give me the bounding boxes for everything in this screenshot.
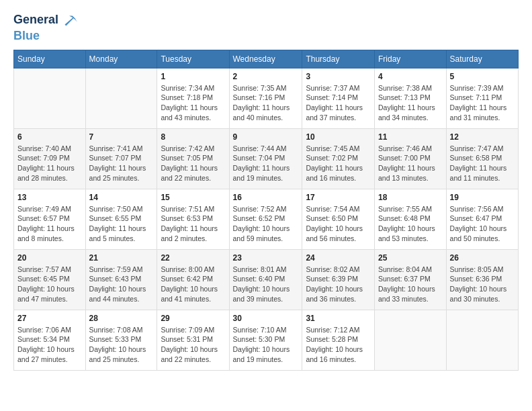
day-info: Sunrise: 7:34 AMSunset: 7:18 PMDaylight:… (161, 83, 225, 123)
day-number: 6 (17, 132, 82, 142)
svg-marker-0 (65, 17, 78, 26)
day-cell: 20Sunrise: 7:57 AMSunset: 6:45 PMDayligh… (14, 249, 86, 310)
day-cell (375, 310, 447, 370)
day-cell: 22Sunrise: 8:00 AMSunset: 6:42 PMDayligh… (157, 249, 229, 310)
weekday-monday: Monday (85, 50, 157, 68)
logo-text: General (13, 13, 58, 27)
day-number: 17 (306, 193, 371, 202)
day-info: Sunrise: 7:37 AMSunset: 7:14 PMDaylight:… (306, 83, 371, 123)
week-row-3: 13Sunrise: 7:49 AMSunset: 6:57 PMDayligh… (14, 189, 519, 249)
day-cell: 12Sunrise: 7:47 AMSunset: 6:58 PMDayligh… (446, 128, 518, 189)
day-cell: 8Sunrise: 7:42 AMSunset: 7:05 PMDaylight… (157, 128, 229, 189)
day-number: 10 (306, 132, 371, 142)
day-number: 15 (161, 193, 225, 202)
day-cell: 13Sunrise: 7:49 AMSunset: 6:57 PMDayligh… (14, 189, 86, 249)
day-info: Sunrise: 7:45 AMSunset: 7:02 PMDaylight:… (306, 144, 371, 183)
day-number: 21 (89, 253, 154, 263)
day-info: Sunrise: 7:54 AMSunset: 6:50 PMDaylight:… (306, 204, 371, 244)
day-cell (85, 68, 157, 128)
weekday-sunday: Sunday (14, 50, 86, 68)
day-number: 11 (378, 132, 443, 142)
day-number: 5 (450, 72, 515, 81)
weekday-thursday: Thursday (302, 50, 375, 68)
day-cell (446, 310, 518, 370)
day-number: 28 (89, 314, 154, 323)
day-cell: 23Sunrise: 8:01 AMSunset: 6:40 PMDayligh… (229, 249, 302, 310)
day-info: Sunrise: 8:02 AMSunset: 6:39 PMDaylight:… (306, 265, 371, 304)
week-row-2: 6Sunrise: 7:40 AMSunset: 7:09 PMDaylight… (14, 128, 519, 189)
day-info: Sunrise: 7:49 AMSunset: 6:57 PMDaylight:… (17, 204, 82, 244)
day-cell: 11Sunrise: 7:46 AMSunset: 7:00 PMDayligh… (375, 128, 447, 189)
day-number: 22 (161, 253, 225, 263)
day-info: Sunrise: 8:05 AMSunset: 6:36 PMDaylight:… (450, 265, 515, 304)
day-cell: 3Sunrise: 7:37 AMSunset: 7:14 PMDaylight… (302, 68, 375, 128)
day-info: Sunrise: 7:40 AMSunset: 7:09 PMDaylight:… (17, 144, 82, 183)
logo-blue-text: Blue (13, 30, 40, 43)
day-info: Sunrise: 7:50 AMSunset: 6:55 PMDaylight:… (89, 204, 154, 244)
day-cell: 4Sunrise: 7:38 AMSunset: 7:13 PMDaylight… (375, 68, 447, 128)
weekday-wednesday: Wednesday (229, 50, 302, 68)
day-cell: 2Sunrise: 7:35 AMSunset: 7:16 PMDaylight… (229, 68, 302, 128)
day-cell: 14Sunrise: 7:50 AMSunset: 6:55 PMDayligh… (85, 189, 157, 249)
weekday-header-row: SundayMondayTuesdayWednesdayThursdayFrid… (14, 50, 519, 68)
day-info: Sunrise: 7:59 AMSunset: 6:43 PMDaylight:… (89, 265, 154, 304)
calendar-body: 1Sunrise: 7:34 AMSunset: 7:18 PMDaylight… (14, 68, 519, 370)
day-info: Sunrise: 7:12 AMSunset: 5:28 PMDaylight:… (306, 325, 371, 365)
day-cell: 1Sunrise: 7:34 AMSunset: 7:18 PMDaylight… (157, 68, 229, 128)
day-info: Sunrise: 7:08 AMSunset: 5:33 PMDaylight:… (89, 325, 154, 365)
day-info: Sunrise: 7:42 AMSunset: 7:05 PMDaylight:… (161, 144, 225, 183)
day-cell: 18Sunrise: 7:55 AMSunset: 6:48 PMDayligh… (375, 189, 447, 249)
day-info: Sunrise: 7:46 AMSunset: 7:00 PMDaylight:… (378, 144, 443, 183)
day-cell: 31Sunrise: 7:12 AMSunset: 5:28 PMDayligh… (302, 310, 375, 370)
page-header: General Blue (13, 11, 519, 43)
day-number: 25 (378, 253, 443, 263)
day-info: Sunrise: 7:51 AMSunset: 6:53 PMDaylight:… (161, 204, 225, 244)
week-row-5: 27Sunrise: 7:06 AMSunset: 5:34 PMDayligh… (14, 310, 519, 370)
day-number: 16 (233, 193, 299, 202)
day-cell: 28Sunrise: 7:08 AMSunset: 5:33 PMDayligh… (85, 310, 157, 370)
day-cell: 16Sunrise: 7:52 AMSunset: 6:52 PMDayligh… (229, 189, 302, 249)
day-info: Sunrise: 7:10 AMSunset: 5:30 PMDaylight:… (233, 325, 299, 365)
day-info: Sunrise: 7:41 AMSunset: 7:07 PMDaylight:… (89, 144, 154, 183)
day-cell: 7Sunrise: 7:41 AMSunset: 7:07 PMDaylight… (85, 128, 157, 189)
week-row-1: 1Sunrise: 7:34 AMSunset: 7:18 PMDaylight… (14, 68, 519, 128)
calendar-header: SundayMondayTuesdayWednesdayThursdayFrid… (14, 50, 519, 68)
day-cell: 29Sunrise: 7:09 AMSunset: 5:31 PMDayligh… (157, 310, 229, 370)
day-cell: 9Sunrise: 7:44 AMSunset: 7:04 PMDaylight… (229, 128, 302, 189)
day-number: 18 (378, 193, 443, 202)
logo-icon (60, 11, 79, 30)
day-number: 14 (89, 193, 154, 202)
day-info: Sunrise: 7:09 AMSunset: 5:31 PMDaylight:… (161, 325, 225, 365)
logo: General Blue (13, 11, 79, 43)
day-number: 8 (161, 132, 225, 142)
day-number: 26 (450, 253, 515, 263)
week-row-4: 20Sunrise: 7:57 AMSunset: 6:45 PMDayligh… (14, 249, 519, 310)
day-number: 27 (17, 314, 82, 323)
day-number: 1 (161, 72, 225, 81)
day-number: 24 (306, 253, 371, 263)
day-cell: 27Sunrise: 7:06 AMSunset: 5:34 PMDayligh… (14, 310, 86, 370)
day-number: 30 (233, 314, 299, 323)
day-info: Sunrise: 7:39 AMSunset: 7:11 PMDaylight:… (450, 83, 515, 123)
day-number: 9 (233, 132, 299, 142)
day-info: Sunrise: 7:35 AMSunset: 7:16 PMDaylight:… (233, 83, 299, 123)
day-cell: 21Sunrise: 7:59 AMSunset: 6:43 PMDayligh… (85, 249, 157, 310)
calendar-table: SundayMondayTuesdayWednesdayThursdayFrid… (13, 50, 519, 371)
day-cell: 15Sunrise: 7:51 AMSunset: 6:53 PMDayligh… (157, 189, 229, 249)
day-number: 2 (233, 72, 299, 81)
day-info: Sunrise: 7:38 AMSunset: 7:13 PMDaylight:… (378, 83, 443, 123)
day-info: Sunrise: 8:04 AMSunset: 6:37 PMDaylight:… (378, 265, 443, 304)
day-cell: 25Sunrise: 8:04 AMSunset: 6:37 PMDayligh… (375, 249, 447, 310)
day-cell: 24Sunrise: 8:02 AMSunset: 6:39 PMDayligh… (302, 249, 375, 310)
day-cell (14, 68, 86, 128)
day-cell: 19Sunrise: 7:56 AMSunset: 6:47 PMDayligh… (446, 189, 518, 249)
weekday-saturday: Saturday (446, 50, 518, 68)
day-number: 29 (161, 314, 225, 323)
day-cell: 10Sunrise: 7:45 AMSunset: 7:02 PMDayligh… (302, 128, 375, 189)
day-number: 31 (306, 314, 371, 323)
day-cell: 17Sunrise: 7:54 AMSunset: 6:50 PMDayligh… (302, 189, 375, 249)
day-number: 20 (17, 253, 82, 263)
day-info: Sunrise: 7:47 AMSunset: 6:58 PMDaylight:… (450, 144, 515, 183)
day-number: 12 (450, 132, 515, 142)
day-number: 23 (233, 253, 299, 263)
